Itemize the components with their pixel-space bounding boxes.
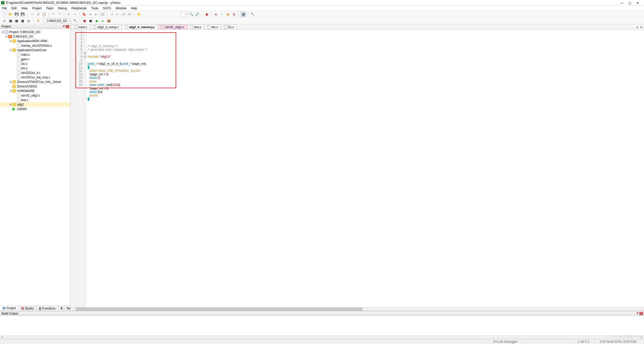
tree-group-selected[interactable]: ⊞u8g2 — [0, 102, 70, 107]
tree-group[interactable]: ⊞Drivers/STM32F1xx_HAL_Driver — [0, 80, 70, 84]
nav-fwd-button[interactable]: ⇒ — [72, 12, 77, 17]
proj-tab-project[interactable]: Project — [0, 306, 19, 311]
menu-help[interactable]: Help — [131, 7, 137, 10]
panel-pin-button[interactable]: 📌 — [62, 25, 65, 28]
menu-view[interactable]: View — [21, 7, 28, 10]
bookmark-next-button[interactable]: ► — [94, 12, 99, 17]
new-file-button[interactable]: 📄 — [2, 12, 7, 17]
cut-button[interactable]: ✂ — [29, 12, 34, 17]
code-line[interactable]: return buf; — [88, 90, 644, 94]
code-line[interactable]: #else — [88, 80, 644, 83]
tree-file[interactable]: stm32f1xx_it.c — [0, 71, 70, 75]
batch-build-button[interactable]: ▦ — [20, 18, 25, 23]
pack-installer-button[interactable]: 📦 — [106, 18, 111, 23]
tree-group[interactable]: CMSIS — [0, 107, 70, 111]
manage-project-button[interactable]: ▣ — [82, 18, 87, 23]
save-all-button[interactable]: 💾 — [20, 12, 25, 17]
code-line[interactable]: *page_cnt = 8; — [88, 73, 644, 76]
tab-test-c[interactable]: test.c — [187, 24, 204, 29]
tree-file[interactable]: startup_stm32f103xb.s — [0, 43, 70, 48]
menu-debug[interactable]: Debug — [58, 7, 67, 10]
tab-u8g2-d-setup[interactable]: u8g2_d_setup.c — [90, 24, 121, 29]
editor-body[interactable]: 12345678910111213141516 ⊟⊟ /* u8g2_d_mem… — [70, 30, 644, 307]
editor-code[interactable]: /* u8g2_d_memory.c *//* generated code, … — [87, 30, 644, 307]
tree-group[interactable]: Drivers/CMSIS — [0, 84, 70, 89]
build-close-button[interactable]: ✕ — [639, 312, 643, 315]
tree-file[interactable]: i2c.c — [0, 61, 70, 66]
code-line[interactable]: } — [88, 97, 644, 101]
build-hscrollbar[interactable] — [0, 335, 644, 339]
nav-back-button[interactable]: ⇐ — [66, 12, 71, 17]
menu-peripherals[interactable]: Peripherals — [71, 7, 87, 10]
close-button[interactable]: ✕ — [636, 1, 639, 4]
comment-button[interactable]: //≡ — [121, 12, 126, 17]
tree-target[interactable]: ⊟0.96OLED_I2C — [0, 34, 70, 39]
proj-tab-functions[interactable]: {}Functions — [36, 306, 58, 311]
redo-button[interactable]: ↷ — [57, 12, 62, 17]
tabs-menu-button[interactable]: ▾ — [635, 26, 639, 29]
tree-file[interactable]: main.c — [0, 52, 70, 57]
uncomment-button[interactable]: //≡ — [127, 12, 132, 17]
open-file-button[interactable]: 📂 — [8, 12, 13, 17]
panel-close-button[interactable]: ✕ — [66, 25, 69, 28]
code-line[interactable]: /* u8g2_d_memory.c */ — [88, 44, 644, 48]
code-line[interactable] — [88, 58, 644, 62]
tree-group[interactable]: ⊟Application/User/Core — [0, 48, 70, 52]
tree-project-root[interactable]: ⊟Project: 0.96OLED_I2C — [0, 30, 70, 34]
tree-file[interactable]: tim.c — [0, 66, 70, 71]
build-button[interactable]: ▦ — [8, 18, 13, 23]
code-line[interactable]: return 0; — [88, 76, 644, 80]
indent-button[interactable]: ⇥ — [109, 12, 114, 17]
stop-build-button[interactable]: ▦ — [26, 18, 31, 23]
translate-button[interactable]: ◇ — [2, 18, 7, 23]
tabs-close-button[interactable]: ✕ — [639, 26, 643, 29]
menu-flash[interactable]: Flash — [46, 7, 53, 10]
menu-svcs[interactable]: SVCS — [103, 7, 111, 10]
code-line[interactable]: { — [88, 66, 644, 69]
code-line[interactable]: *page_cnt = 8; — [88, 87, 644, 90]
menu-tools[interactable]: Tools — [91, 7, 98, 10]
menu-file[interactable]: File — [2, 7, 7, 10]
debug-start-button[interactable]: ◉ — [204, 12, 209, 17]
breakpoint-insert-button[interactable]: ● — [213, 12, 218, 17]
bookmark-prev-button[interactable]: ◄ — [88, 12, 93, 17]
tree-file[interactable]: stm32_u8g2.c — [0, 93, 70, 98]
menu-edit[interactable]: Edit — [11, 7, 17, 10]
find-in-files-button[interactable]: 📁 — [136, 12, 141, 17]
target-dropdown[interactable]: 0.96OLED_I2C — [45, 18, 72, 23]
tab-i2c-c[interactable]: i2c.c — [221, 24, 237, 29]
find-dropdown[interactable] — [181, 12, 188, 17]
paste-button[interactable]: 📋 — [42, 12, 47, 17]
proj-tab-books[interactable]: Books — [19, 306, 36, 311]
code-line[interactable]: static uint8_t buf[1024]; — [88, 83, 644, 87]
configure-button[interactable]: 🔧 — [250, 12, 255, 17]
tree-file[interactable]: gpio.c — [0, 57, 70, 61]
tab-u8g2-d-memory[interactable]: u8g2_d_memory.c — [122, 24, 158, 29]
maximize-button[interactable]: ▢ — [628, 1, 631, 4]
tree-file[interactable]: test.c — [0, 98, 70, 102]
code-line[interactable] — [88, 51, 644, 55]
select-packs-button[interactable]: ▸ — [100, 18, 105, 23]
menu-project[interactable]: Project — [32, 7, 42, 10]
project-tree[interactable]: ⊟Project: 0.96OLED_I2C ⊟0.96OLED_I2C ⊟Ap… — [0, 29, 70, 306]
menu-window[interactable]: Window — [116, 7, 126, 10]
tab-tim-c[interactable]: tim.c — [205, 24, 220, 29]
tree-group[interactable]: ⊟HARDWARE — [0, 89, 70, 93]
build-pin-button[interactable]: 📌 — [635, 312, 639, 315]
code-line[interactable]: #include "u8g2.h" — [88, 55, 644, 58]
outdent-button[interactable]: ⇤ — [115, 12, 120, 17]
breakpoint-disable-button[interactable]: ◐ — [225, 12, 231, 17]
copy-button[interactable]: ⧉ — [35, 12, 41, 17]
code-line[interactable]: uint8_t *u8g2_m_16_8_f(uint8_t *page_cnt… — [88, 62, 644, 66]
rebuild-button[interactable]: ▦ — [14, 18, 19, 23]
tree-file[interactable]: stm32f1xx_hal_msp.c — [0, 75, 70, 80]
options-button[interactable]: 🔧 — [73, 18, 78, 23]
editor-hscrollbar[interactable] — [70, 307, 644, 311]
bookmark-button[interactable]: 🔖 — [82, 12, 87, 17]
manage-rt-button[interactable]: ◆ — [94, 18, 99, 23]
editor-fold[interactable]: ⊟⊟ — [84, 30, 87, 307]
code-line[interactable]: #ifdef U8G2_USE_DYNAMIC_ALLOC — [88, 69, 644, 73]
minimize-button[interactable]: — — [620, 1, 623, 4]
bookmark-clear-button[interactable]: ⌫ — [100, 12, 105, 17]
breakpoint-enable-button[interactable]: ○ — [219, 12, 224, 17]
